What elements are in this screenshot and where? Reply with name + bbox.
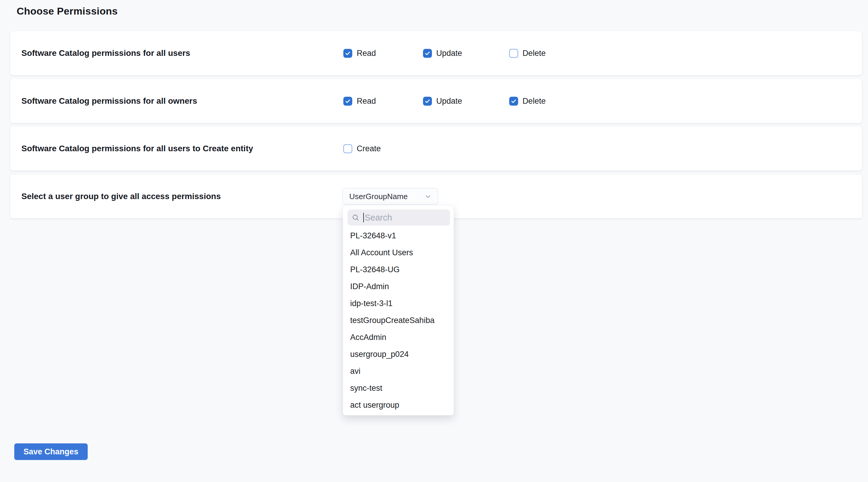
permission-card-create-entity: Software Catalog permissions for all use… xyxy=(10,127,862,170)
check-icon xyxy=(345,50,351,56)
checkbox-label: Delete xyxy=(523,49,546,58)
save-changes-button[interactable]: Save Changes xyxy=(14,443,88,460)
checkbox-label: Create xyxy=(357,144,381,153)
checkbox-group: Create xyxy=(343,144,381,153)
text-caret xyxy=(363,213,364,222)
create-checkbox[interactable] xyxy=(343,144,352,153)
user-group-dropdown-panel: Search PL-32648-v1 All Account Users PL-… xyxy=(343,205,454,415)
read-checkbox[interactable] xyxy=(343,49,352,58)
check-icon xyxy=(425,98,430,104)
update-checkbox-item: Update xyxy=(423,97,462,106)
checkbox-group: Read Update Delete xyxy=(343,97,546,106)
update-checkbox[interactable] xyxy=(423,49,432,58)
delete-checkbox[interactable] xyxy=(509,49,518,58)
delete-checkbox[interactable] xyxy=(509,97,518,105)
check-icon xyxy=(425,50,430,56)
read-checkbox-item: Read xyxy=(343,97,376,106)
dropdown-option[interactable]: avi xyxy=(343,363,454,380)
dropdown-option[interactable]: usergroup_p024 xyxy=(343,346,454,363)
update-checkbox[interactable] xyxy=(423,97,432,105)
chevron-down-icon xyxy=(424,193,432,200)
dropdown-option[interactable]: PL-32648-v1 xyxy=(343,227,454,244)
dropdown-option[interactable]: testGroupCreateSahiba xyxy=(343,312,454,329)
search-icon xyxy=(352,214,360,222)
delete-checkbox-item: Delete xyxy=(509,97,546,106)
check-icon xyxy=(511,98,517,104)
create-checkbox-item: Create xyxy=(343,144,381,153)
dropdown-option[interactable]: PL-32648-UG xyxy=(343,261,454,278)
checkbox-label: Update xyxy=(436,49,462,58)
delete-checkbox-item: Delete xyxy=(509,49,546,58)
card-label: Software Catalog permissions for all own… xyxy=(22,96,197,106)
dropdown-option[interactable]: AccAdmin xyxy=(343,329,454,346)
checkbox-group: Read Update Delete xyxy=(343,49,546,58)
checkbox-label: Update xyxy=(436,97,462,106)
checkbox-label: Read xyxy=(357,97,376,106)
read-checkbox-item: Read xyxy=(343,49,376,58)
dropdown-option[interactable]: act usergroup xyxy=(343,397,454,414)
update-checkbox-item: Update xyxy=(423,49,462,58)
dropdown-value: UserGroupName xyxy=(349,192,424,201)
search-input[interactable]: Search xyxy=(347,210,450,226)
dropdown-option[interactable]: IDP-Admin xyxy=(343,278,454,295)
dropdown-option[interactable]: All Account Users xyxy=(343,244,454,261)
page-title: Choose Permissions xyxy=(17,5,118,17)
read-checkbox[interactable] xyxy=(343,97,352,105)
option-list: PL-32648-v1 All Account Users PL-32648-U… xyxy=(343,227,454,414)
user-group-dropdown[interactable]: UserGroupName xyxy=(342,188,438,205)
card-label: Software Catalog permissions for all use… xyxy=(22,49,190,58)
search-placeholder: Search xyxy=(365,213,392,223)
check-icon xyxy=(345,98,351,104)
permission-card-all-owners: Software Catalog permissions for all own… xyxy=(10,79,862,123)
card-label: Software Catalog permissions for all use… xyxy=(22,144,253,153)
permission-card-all-users: Software Catalog permissions for all use… xyxy=(10,31,862,75)
checkbox-label: Read xyxy=(357,49,376,58)
card-label: Select a user group to give all access p… xyxy=(22,192,221,201)
dropdown-option[interactable]: sync-test xyxy=(343,380,454,397)
checkbox-label: Delete xyxy=(523,97,546,106)
dropdown-option[interactable]: idp-test-3-l1 xyxy=(343,295,454,312)
